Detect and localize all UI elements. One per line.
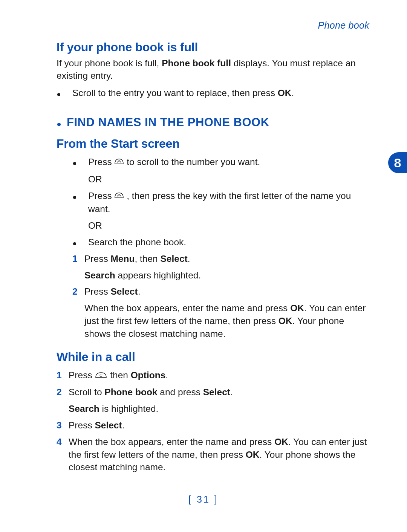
text: . (291, 88, 294, 98)
bold-text: Search (69, 404, 99, 414)
heading-from-start: From the Start screen (57, 135, 369, 152)
bullet-scroll-number: Press to scroll to the number you want. … (72, 156, 369, 186)
or-text: OR (88, 219, 369, 232)
bold-text: Select (95, 420, 122, 430)
start-screen-bullets: Press to scroll to the number you want. … (57, 156, 369, 249)
bold-text: Menu (110, 254, 135, 264)
bullet-dot-icon (73, 242, 76, 245)
text: and press (158, 387, 203, 397)
text: Press (69, 420, 95, 430)
nav-key-icon (114, 190, 124, 203)
bold-text: Select (203, 387, 230, 397)
bullet-search-phonebook: Search the phone book. (72, 236, 369, 249)
text: to scroll to the number you want. (127, 157, 260, 167)
text: , then (135, 254, 160, 264)
bullet-first-letter: Press , then press the key with the firs… (72, 190, 369, 232)
text: is highlighted. (99, 404, 159, 414)
step-number: 4 (57, 436, 69, 448)
bullet-text: Press to scroll to the number you want. … (88, 156, 369, 186)
step-1: 1 Press Menu, then Select. Search appear… (72, 252, 369, 282)
bold-text: Phone book full (162, 58, 231, 68)
bullet-replace-entry: Scroll to the entry you want to replace,… (57, 87, 369, 99)
chapter-number: 8 (394, 154, 401, 172)
text: Press (88, 157, 114, 167)
text: . (122, 420, 125, 430)
text: . (138, 286, 141, 297)
bullet-dot-icon (57, 123, 61, 126)
bold-text: Select (161, 254, 188, 264)
step-sub: When the box appears, enter the name and… (84, 302, 369, 340)
text: . (188, 254, 190, 264)
step-body: When the box appears, enter the name and… (69, 436, 369, 474)
bold-text: OK (246, 449, 260, 460)
heading-while-in-call: While in a call (57, 349, 369, 365)
text: . (165, 370, 168, 380)
bold-text: OK (278, 88, 292, 98)
bold-text: Search (84, 270, 115, 280)
bullet-dot-icon (57, 93, 60, 96)
bullet-text: Press , then press the key with the firs… (88, 190, 369, 232)
bold-text: Phone book (104, 387, 157, 397)
manual-page: Phone book If your phone book is full If… (0, 0, 407, 474)
heading-find-names: FIND NAMES IN THE PHONE BOOK (57, 115, 369, 131)
heading-phonebook-full: If your phone book is full (57, 39, 369, 55)
bold-text: Select (110, 286, 138, 297)
call-step-3: 3 Press Select. (57, 419, 369, 432)
step-number: 1 (72, 252, 84, 265)
step-body: Press Select. (69, 419, 369, 432)
call-step-2: 2 Scroll to Phone book and press Select.… (57, 386, 369, 415)
bullet-text: Scroll to the entry you want to replace,… (72, 87, 369, 99)
step-number: 2 (57, 386, 69, 399)
step-sub: Search is highlighted. (69, 402, 369, 415)
running-head: Phone book (57, 19, 369, 32)
or-text: OR (88, 173, 369, 186)
step-sub: Search appears highlighted. (84, 269, 369, 282)
bold-text: OK (278, 316, 292, 326)
step-number: 1 (57, 369, 69, 382)
text: Press (84, 254, 110, 264)
text: , then press the key with the first lett… (88, 191, 351, 214)
text: Press (88, 191, 114, 201)
text: When the box appears, enter the name and… (84, 303, 290, 313)
text: . (230, 387, 233, 397)
text: appears highlighted. (115, 270, 201, 280)
step-body: Press C then Options. (69, 369, 369, 382)
text: Press (84, 286, 110, 297)
text: When the box appears, enter the name and… (69, 437, 274, 447)
bullet-dot-icon (73, 162, 76, 165)
text: If your phone book is full, (57, 58, 162, 68)
step-number: 3 (57, 419, 69, 432)
bullet-text: Search the phone book. (88, 236, 369, 249)
bold-text: Options (131, 370, 166, 380)
step-body: Scroll to Phone book and press Select. S… (69, 386, 369, 415)
svg-text:C: C (99, 373, 103, 378)
chapter-tab: 8 (388, 152, 407, 173)
step-body: Press Select. When the box appears, ente… (84, 285, 369, 340)
step-2: 2 Press Select. When the box appears, en… (72, 285, 369, 340)
step-number: 2 (72, 285, 84, 298)
call-step-1: 1 Press C then Options. (57, 369, 369, 382)
step-body: Press Menu, then Select. Search appears … (84, 252, 369, 282)
text: then (110, 370, 131, 380)
page-number: [ 31 ] (0, 493, 407, 506)
text: Scroll to (69, 387, 104, 397)
call-step-4: 4 When the box appears, enter the name a… (57, 436, 369, 474)
text: Scroll to the entry you want to replace,… (72, 88, 278, 98)
bold-text: OK (274, 437, 288, 447)
para-phonebook-full: If your phone book is full, Phone book f… (57, 57, 369, 83)
nav-key-icon (114, 156, 124, 169)
bullet-dot-icon (73, 196, 76, 199)
heading-text: FIND NAMES IN THE PHONE BOOK (67, 115, 269, 131)
bold-text: OK (290, 303, 304, 313)
c-key-icon: C (95, 370, 107, 382)
text: Press (69, 370, 95, 380)
